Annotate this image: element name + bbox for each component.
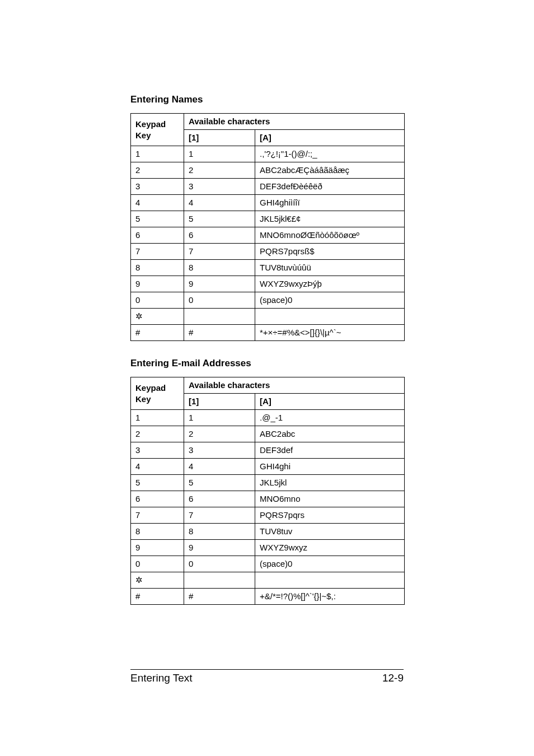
cell-a: DEF3def <box>255 442 405 459</box>
footer-row: Entering Text 12-9 <box>130 672 404 684</box>
cell-one: 8 <box>184 524 255 540</box>
cell-one: 5 <box>184 211 255 227</box>
cell-one: 9 <box>184 276 255 292</box>
th-keypad-key: Keypad Key <box>131 114 184 146</box>
cell-key: 1 <box>131 410 184 426</box>
table-entering-email: Keypad Key Available characters [1] [A] … <box>130 377 405 605</box>
cell-key: 8 <box>131 524 184 540</box>
table-row: 77PQRS7pqrsß$ <box>131 244 405 260</box>
cell-one: 2 <box>184 426 255 442</box>
cell-key: 7 <box>131 507 184 524</box>
cell-a <box>255 572 405 589</box>
cell-one: 1 <box>184 146 255 162</box>
heading-entering-email: Entering E-mail Addresses <box>130 358 404 369</box>
cell-one: 7 <box>184 244 255 260</box>
table-row: 66MNO6mno <box>131 491 405 507</box>
cell-key: 8 <box>131 260 184 276</box>
cell-key: 9 <box>131 276 184 292</box>
cell-one <box>184 572 255 589</box>
table-row: ##+&/*=!?()%[]^`'{}|~$,: <box>131 589 405 605</box>
footer-page-number: 12-9 <box>382 672 404 684</box>
cell-a: TUV8tuvùúûü <box>255 260 405 276</box>
cell-one: 3 <box>184 442 255 459</box>
table-row: 55JKL5jkl <box>131 475 405 491</box>
cell-one: 4 <box>184 195 255 211</box>
table-row: ✲ <box>131 309 405 325</box>
cell-key: 7 <box>131 244 184 260</box>
th-key-text: Key <box>135 394 151 404</box>
cell-a: (space)0 <box>255 292 405 309</box>
cell-a: GHI4ghiìíîï <box>255 195 405 211</box>
table-row: ##*+×÷=#%&<>[]{}\|µ^`~ <box>131 325 405 341</box>
table-row: 99WXYZ9wxyzÞýþ <box>131 276 405 292</box>
table-row: 00(space)0 <box>131 292 405 309</box>
cell-a: MNO6mno <box>255 491 405 507</box>
table-row: 11.,'?¿!¡"1-()@/:;_ <box>131 146 405 162</box>
cell-a: GHI4ghi <box>255 459 405 475</box>
cell-one: 2 <box>184 162 255 179</box>
cell-key: # <box>131 589 184 605</box>
cell-one: 0 <box>184 556 255 572</box>
th-key-text: Key <box>135 130 151 140</box>
cell-a: JKL5jkl <box>255 475 405 491</box>
table-row: ✲ <box>131 572 405 589</box>
th-mode-1: [1] <box>184 394 255 410</box>
page: Entering Names Keypad Key Available char… <box>0 0 534 756</box>
cell-a: MNO6mnoØŒñòóôõöøœº <box>255 227 405 244</box>
heading-entering-names: Entering Names <box>130 94 404 105</box>
cell-one: 6 <box>184 227 255 244</box>
cell-key: ✲ <box>131 309 184 325</box>
cell-a: PQRS7pqrs <box>255 507 405 524</box>
cell-one: 1 <box>184 410 255 426</box>
cell-a: .,'?¿!¡"1-()@/:;_ <box>255 146 405 162</box>
cell-key: 4 <box>131 459 184 475</box>
cell-a: TUV8tuv <box>255 524 405 540</box>
table-row: 22ABC2abcÆÇàáâãäåæç <box>131 162 405 179</box>
cell-a: (space)0 <box>255 556 405 572</box>
th-mode-a: [A] <box>255 130 405 146</box>
cell-one: 3 <box>184 179 255 195</box>
table-row: 66MNO6mnoØŒñòóôõöøœº <box>131 227 405 244</box>
cell-key: # <box>131 325 184 341</box>
cell-key: 0 <box>131 556 184 572</box>
table-row: 33DEF3def <box>131 442 405 459</box>
cell-one: 9 <box>184 540 255 556</box>
cell-key: 5 <box>131 475 184 491</box>
cell-key: 3 <box>131 179 184 195</box>
cell-a: ABC2abcÆÇàáâãäåæç <box>255 162 405 179</box>
table-row: 77PQRS7pqrs <box>131 507 405 524</box>
cell-key: 0 <box>131 292 184 309</box>
table-row: 33DEF3defÐèéêëð <box>131 179 405 195</box>
cell-one: 6 <box>184 491 255 507</box>
cell-key: 6 <box>131 491 184 507</box>
cell-key: 4 <box>131 195 184 211</box>
cell-a: WXYZ9wxyzÞýþ <box>255 276 405 292</box>
cell-key: 9 <box>131 540 184 556</box>
cell-a: ABC2abc <box>255 426 405 442</box>
th-keypad-text: Keypad <box>135 383 166 393</box>
cell-a: JKL5jkl€£¢ <box>255 211 405 227</box>
cell-a: DEF3defÐèéêëð <box>255 179 405 195</box>
cell-a: WXYZ9wxyz <box>255 540 405 556</box>
footer-rule <box>130 669 404 670</box>
cell-key: 2 <box>131 162 184 179</box>
cell-a: +&/*=!?()%[]^`'{}|~$,: <box>255 589 405 605</box>
table-row: Keypad Key Available characters <box>131 114 405 130</box>
table-row: 88TUV8tuvùúûü <box>131 260 405 276</box>
cell-a <box>255 309 405 325</box>
cell-one: # <box>184 589 255 605</box>
table-row: 00(space)0 <box>131 556 405 572</box>
cell-key: 5 <box>131 211 184 227</box>
page-footer: Entering Text 12-9 <box>130 669 404 684</box>
table-row: 22ABC2abc <box>131 426 405 442</box>
cell-key: 1 <box>131 146 184 162</box>
th-mode-1: [1] <box>184 130 255 146</box>
table-entering-names: Keypad Key Available characters [1] [A] … <box>130 113 405 341</box>
table-row: 55JKL5jkl€£¢ <box>131 211 405 227</box>
cell-a: PQRS7pqrsß$ <box>255 244 405 260</box>
cell-one: 0 <box>184 292 255 309</box>
cell-one: # <box>184 325 255 341</box>
table-row: Keypad Key Available characters <box>131 377 405 394</box>
cell-one: 7 <box>184 507 255 524</box>
cell-one: 4 <box>184 459 255 475</box>
